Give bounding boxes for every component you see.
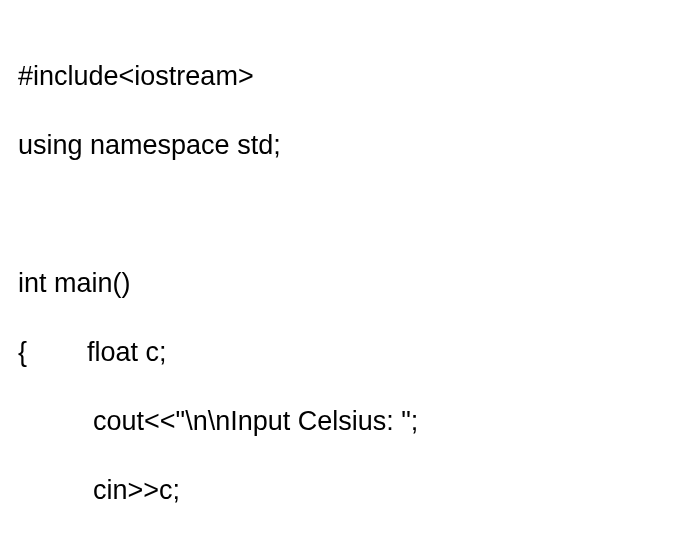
code-line: cout<<"\n\nInput Celsius: "; bbox=[18, 404, 696, 439]
code-line: { float c; bbox=[18, 335, 696, 370]
code-line: int main() bbox=[18, 266, 696, 301]
code-line: cin>>c; bbox=[18, 473, 696, 508]
code-line: using namespace std; bbox=[18, 128, 696, 163]
code-block: #include<iostream> using namespace std; … bbox=[18, 24, 696, 543]
code-line: #include<iostream> bbox=[18, 59, 696, 94]
code-line bbox=[18, 197, 696, 232]
